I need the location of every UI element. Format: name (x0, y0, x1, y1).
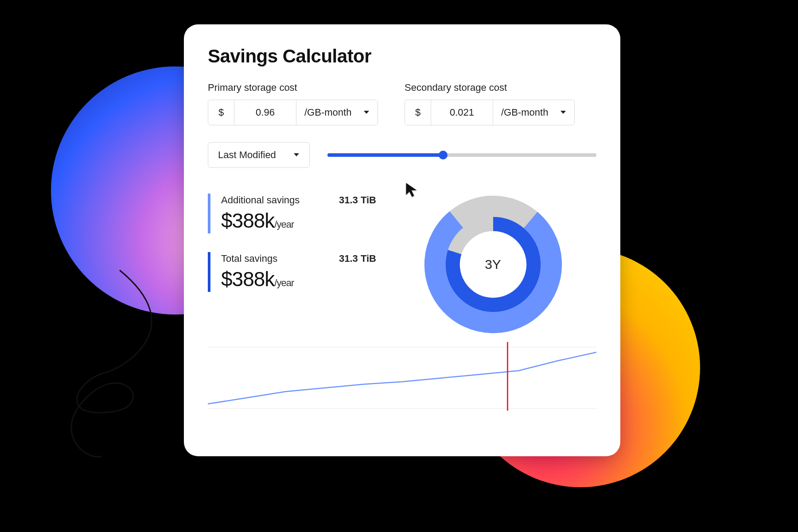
additional-savings-block: Additional savings 31.3 TiB $388k/year (208, 194, 376, 233)
slider-thumb[interactable] (439, 151, 448, 159)
time-slider[interactable] (327, 148, 596, 162)
donut-column: 3Y (389, 194, 596, 335)
last-modified-label: Last Modified (218, 149, 276, 161)
total-savings-unit: /year (274, 277, 294, 288)
savings-column: Additional savings 31.3 TiB $388k/year T… (208, 194, 376, 335)
additional-savings-size: 31.3 TiB (339, 194, 376, 206)
primary-cost-unit-label: /GB-month (304, 107, 351, 118)
total-savings-size: 31.3 TiB (339, 253, 376, 264)
additional-savings-amount: $388k (221, 209, 274, 232)
secondary-cost-value[interactable]: 0.021 (431, 100, 493, 125)
chevron-down-icon (363, 110, 370, 115)
total-savings-label: Total savings (221, 253, 277, 264)
total-savings-amount: $388k (221, 268, 274, 291)
donut-chart: 3Y (422, 194, 564, 335)
secondary-cost-block: Secondary storage cost $ 0.021 /GB-month (405, 82, 575, 125)
primary-cost-currency: $ (208, 100, 234, 125)
last-modified-select[interactable]: Last Modified (208, 142, 310, 168)
total-savings-block: Total savings 31.3 TiB $388k/year (208, 252, 376, 292)
results-row: Additional savings 31.3 TiB $388k/year T… (208, 194, 596, 335)
chevron-down-icon (293, 153, 300, 157)
line-chart (208, 347, 596, 409)
secondary-cost-unit-select[interactable]: /GB-month (493, 100, 574, 125)
primary-cost-block: Primary storage cost $ 0.96 /GB-month (208, 82, 378, 125)
additional-savings-unit: /year (274, 219, 294, 230)
additional-savings-label: Additional savings (221, 194, 300, 206)
secondary-cost-unit-label: /GB-month (501, 107, 548, 118)
savings-calculator-card: Savings Calculator Primary storage cost … (184, 24, 620, 456)
primary-cost-input-group: $ 0.96 /GB-month (208, 100, 378, 125)
costs-row: Primary storage cost $ 0.96 /GB-month Se… (208, 82, 596, 125)
slider-row: Last Modified (208, 142, 596, 168)
primary-cost-label: Primary storage cost (208, 82, 378, 93)
secondary-cost-label: Secondary storage cost (405, 82, 575, 93)
secondary-cost-currency: $ (405, 100, 431, 125)
secondary-cost-input-group: $ 0.021 /GB-month (405, 100, 575, 125)
primary-cost-value[interactable]: 0.96 (234, 100, 296, 125)
primary-cost-unit-select[interactable]: /GB-month (296, 100, 378, 125)
donut-center-label: 3Y (485, 257, 501, 272)
slider-fill (327, 153, 443, 157)
card-title: Savings Calculator (208, 46, 596, 67)
line-chart-marker (507, 342, 508, 411)
chevron-down-icon (560, 110, 566, 115)
